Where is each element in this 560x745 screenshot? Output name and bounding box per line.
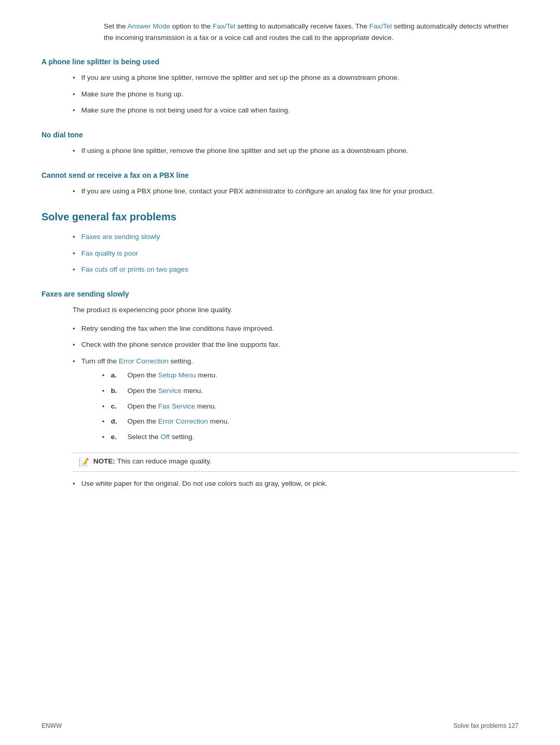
section-phone-line-splitter: A phone line splitter is being used If y… [41, 58, 519, 116]
list-item: Check with the phone service provider th… [73, 339, 519, 350]
intro-paragraph: Set the Answer Mode option to the Fax/Te… [104, 21, 519, 43]
footer-right: Solve fax problems 127 [454, 722, 519, 729]
off-setting-link[interactable]: Off [160, 433, 170, 441]
bullet-list-faxes-slowly: Retry sending the fax when the line cond… [73, 323, 519, 447]
section-faxes-sending-slowly: Faxes are sending slowly The product is … [41, 290, 519, 489]
list-item: If using a phone line splitter, remove t… [73, 145, 519, 157]
heading-faxes-sending-slowly: Faxes are sending slowly [41, 290, 519, 298]
service-menu-link[interactable]: Service [158, 387, 181, 395]
sub-list-item-e: e. Select the Off setting. [102, 431, 229, 443]
footer: ENWW Solve fax problems 127 [41, 722, 519, 729]
sub-label-b: b. [111, 385, 121, 397]
bullet-list-final: Use white paper for the original. Do not… [73, 478, 519, 489]
list-item: Make sure the phone is not being used fo… [73, 105, 519, 116]
list-item: If you are using a phone line splitter, … [73, 72, 519, 83]
fax-tel-link1[interactable]: Fax/Tel [213, 22, 235, 30]
fax-quality-poor-link[interactable]: Fax quality is poor [81, 248, 138, 259]
fax-cuts-off-link[interactable]: Fax cuts off or prints on two pages [81, 264, 188, 275]
error-correction-link1[interactable]: Error Correction [119, 357, 169, 365]
sub-label-d: d. [111, 416, 121, 427]
list-item: Retry sending the fax when the line cond… [73, 323, 519, 334]
note-label: NOTE: [93, 457, 115, 465]
fax-service-link[interactable]: Fax Service [158, 402, 195, 410]
heading-cannot-send-receive: Cannot send or receive a fax on a PBX li… [41, 171, 519, 179]
list-item-error-correction: Turn off the Error Correction setting. a… [73, 356, 519, 447]
turn-off-text: Turn off the [81, 357, 119, 365]
sub-list-item-c: c. Open the Fax Service menu. [102, 401, 229, 412]
bullet-list-cannot-send: If you are using a PBX phone line, conta… [73, 186, 519, 197]
list-item: Fax quality is poor [73, 248, 519, 259]
heading-no-dial-tone: No dial tone [41, 131, 519, 139]
bullet-list-phone-splitter: If you are using a phone line splitter, … [73, 72, 519, 116]
error-correction-link2[interactable]: Error Correction [158, 417, 208, 425]
sub-list-item-a: a. Open the Setup Menu menu. [102, 370, 229, 381]
sub-label-c: c. [111, 401, 121, 412]
faxes-sending-slowly-link[interactable]: Faxes are sending slowly [81, 231, 160, 243]
bullet-list-no-dial-tone: If using a phone line splitter, remove t… [73, 145, 519, 157]
faxes-slowly-intro: The product is experiencing poor phone l… [73, 304, 519, 316]
note-text: This can reduce image quality. [117, 457, 212, 465]
heading-solve-general: Solve general fax problems [41, 211, 519, 223]
intro-text3: setting to automatically receive faxes. … [235, 22, 370, 30]
list-item-white-paper: Use white paper for the original. Do not… [73, 478, 519, 489]
footer-left: ENWW [41, 722, 62, 729]
fax-tel-link2[interactable]: Fax/Tel [369, 22, 392, 30]
list-item: Make sure the phone is hung up. [73, 89, 519, 100]
note-box: 📝 NOTE:This can reduce image quality. [73, 453, 519, 472]
note-icon: 📝 [79, 457, 89, 467]
intro-text2: option to the [170, 22, 213, 30]
list-item: If you are using a PBX phone line, conta… [73, 186, 519, 197]
list-item: Fax cuts off or prints on two pages [73, 264, 519, 275]
answer-mode-link[interactable]: Answer Mode [128, 22, 171, 30]
list-item: Faxes are sending slowly [73, 231, 519, 243]
section-solve-general: Solve general fax problems Faxes are sen… [41, 211, 519, 275]
heading-phone-line-splitter: A phone line splitter is being used [41, 58, 519, 66]
section-cannot-send-receive: Cannot send or receive a fax on a PBX li… [41, 171, 519, 197]
setup-menu-link[interactable]: Setup Menu [158, 371, 196, 379]
sub-list-item-d: d. Open the Error Correction menu. [102, 416, 229, 427]
page-content: Set the Answer Mode option to the Fax/Te… [0, 0, 560, 545]
intro-text1: Set the [104, 22, 128, 30]
sub-label-e: e. [111, 431, 121, 443]
bullet-list-solve-general: Faxes are sending slowly Fax quality is … [73, 231, 519, 275]
section-no-dial-tone: No dial tone If using a phone line split… [41, 131, 519, 157]
sub-label-a: a. [111, 370, 121, 381]
setting-text: setting. [169, 357, 193, 365]
sub-list-error-correction: a. Open the Setup Menu menu. b. Open the… [102, 370, 229, 442]
sub-list-item-b: b. Open the Service menu. [102, 385, 229, 397]
